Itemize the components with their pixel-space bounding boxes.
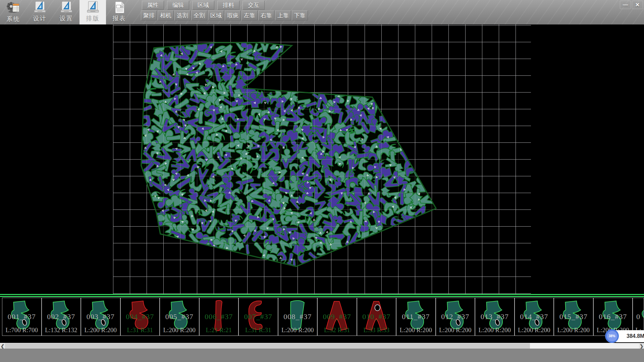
piece-thumbnail[interactable]: 008_#37 L:200 R:200 xyxy=(278,298,318,336)
tool-button-select-cut[interactable]: 选割 xyxy=(174,10,191,20)
nesting-app-window: 系统 设计 设置 排版 报表 属性编辑区域排料交互 聚排相机选割全割区域瑕疵左靠… xyxy=(0,0,644,362)
piece-thumbnail[interactable]: 010_#37 L:33 R:33 xyxy=(357,298,396,336)
piece-thumbnail[interactable]: 006_#37 L:21 R:21 xyxy=(199,298,239,336)
tool-button-cut-all[interactable]: 全割 xyxy=(191,10,207,20)
toolbar-button-report[interactable]: 报表 xyxy=(106,0,132,24)
titlebar-toolbar: 系统 设计 设置 排版 报表 属性编辑区域排料交互 聚排相机选割全割区域瑕疵左靠… xyxy=(0,0,644,24)
progress-percent: 38% xyxy=(607,331,618,342)
piece-thumbnail[interactable]: 011_#37 L:200 R:200 xyxy=(396,298,436,336)
report-document-icon xyxy=(113,1,126,14)
piece-shape xyxy=(554,298,593,336)
piece-thumbnail[interactable]: 015_#37 L:200 R:200 xyxy=(554,298,593,336)
set-square-icon xyxy=(33,1,47,14)
tool-button-region[interactable]: 区域 xyxy=(208,10,224,20)
canvas-area[interactable] xyxy=(0,24,644,294)
set-square-icon xyxy=(59,1,73,14)
piece-thumbnail[interactable]: 002_#37 L:132 R:132 xyxy=(42,298,81,336)
piece-shape xyxy=(160,298,199,336)
tool-button-defect[interactable]: 瑕疵 xyxy=(225,10,241,20)
piece-thumbnail[interactable]: 005_#37 L:200 R:200 xyxy=(160,298,199,336)
piece-shape xyxy=(278,298,317,336)
tool-button-align-top[interactable]: 上靠 xyxy=(275,10,291,20)
piece-shape xyxy=(357,298,396,336)
piece-shape xyxy=(475,298,514,336)
nested-pieces xyxy=(136,36,435,272)
piece-shape xyxy=(81,298,120,336)
menu-item-properties[interactable]: 属性 xyxy=(142,1,164,10)
piece-shape xyxy=(121,298,160,336)
progress-circle: 38% xyxy=(605,329,619,343)
piece-thumbnail[interactable]: 001_#37 L:700 R:700 xyxy=(2,298,42,336)
close-button[interactable]: ✕ xyxy=(632,1,643,9)
piece-thumbnail[interactable]: 013_#37 L:200 R:200 xyxy=(475,298,515,336)
piece-shape xyxy=(2,298,41,336)
piece-shape xyxy=(42,298,81,336)
main-toolbar: 系统 设计 设置 排版 报表 xyxy=(0,0,132,24)
toolbar-button-settings[interactable]: 设置 xyxy=(53,0,79,24)
piece-thumbnail[interactable]: 012_#37 L:200 R:200 xyxy=(436,298,475,336)
piece-shape xyxy=(318,298,357,336)
piece-thumbnail[interactable]: 004_#37 L:31 R:31 xyxy=(120,298,160,336)
tool-button-cluster-nest[interactable]: 聚排 xyxy=(141,10,157,20)
bottom-window-edge xyxy=(0,349,644,362)
scrollbar-thumb[interactable] xyxy=(5,343,530,349)
toolbar-button-layout[interactable]: 排版 xyxy=(79,0,106,24)
minimize-button[interactable]: — xyxy=(620,1,631,9)
set-square-icon xyxy=(86,1,100,14)
scroll-right-arrow-icon[interactable]: ❯ xyxy=(639,343,644,349)
tool-button-align-bottom[interactable]: 下靠 xyxy=(292,10,308,20)
menu-bar: 属性编辑区域排料交互 xyxy=(142,1,265,10)
piece-thumbnail[interactable]: 003_#37 L:200 R:200 xyxy=(81,298,120,336)
toolbar-button-label: 排版 xyxy=(86,14,100,22)
tool-button-align-right[interactable]: 右靠 xyxy=(258,10,274,20)
nesting-viewport[interactable] xyxy=(113,24,531,294)
piece-shape xyxy=(239,298,278,336)
horizontal-scrollbar[interactable]: ❮ ❯ xyxy=(0,343,644,349)
tool-button-align-left[interactable]: 左靠 xyxy=(241,10,258,20)
menu-item-edit[interactable]: 编辑 xyxy=(167,1,189,10)
toolbar-button-label: 系统 xyxy=(7,15,20,23)
toolbar-button-system[interactable]: 系统 xyxy=(0,0,26,24)
strip-separator xyxy=(0,294,644,297)
piece-thumbnail[interactable]: 007_#37 L:31 R:31 xyxy=(238,298,278,336)
scroll-left-arrow-icon[interactable]: ❮ xyxy=(0,343,5,349)
system-gear-icon xyxy=(6,1,21,15)
piece-shape xyxy=(436,298,475,336)
piece-thumbnail[interactable]: 009_#37 L:32 R:31 xyxy=(317,298,357,336)
tool-button-camera[interactable]: 相机 xyxy=(158,10,174,20)
piece-thumbnail[interactable]: 014_#37 L:200 R:200 xyxy=(515,298,554,336)
menu-item-interact[interactable]: 交互 xyxy=(243,1,265,10)
toolbar-button-design[interactable]: 设计 xyxy=(26,0,53,24)
toolbar-button-label: 设计 xyxy=(33,14,47,22)
piece-shape xyxy=(515,298,554,336)
window-controls: — ✕ xyxy=(620,1,643,9)
tool-bar-row2: 聚排相机选割全割区域瑕疵左靠右靠上靠下靠 xyxy=(141,10,308,20)
piece-thumbnail-strip: 001_#37 L:700 R:700 002_#37 L:132 R:132 … xyxy=(0,298,644,336)
toolbar-button-label: 报表 xyxy=(113,14,126,22)
piece-shape xyxy=(200,298,238,336)
piece-shape xyxy=(396,298,435,336)
toolbar-button-label: 设置 xyxy=(60,14,73,22)
menu-item-nesting[interactable]: 排料 xyxy=(217,1,239,10)
menu-item-region[interactable]: 区域 xyxy=(192,1,214,10)
